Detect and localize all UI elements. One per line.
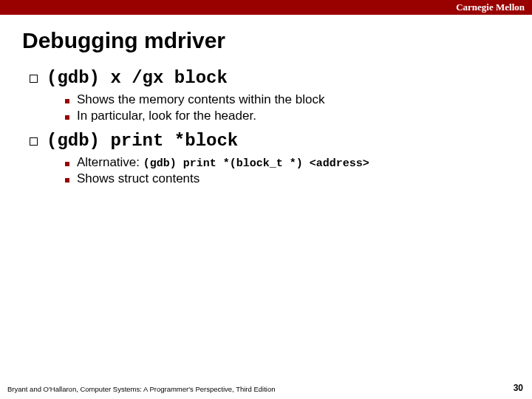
square-bullet-icon	[30, 137, 38, 146]
top-bar	[0, 0, 532, 15]
red-bullet-icon	[65, 162, 69, 166]
sub-text: In particular, look for the header.	[77, 109, 256, 123]
bullet-item-2: (gdb) print *block	[30, 131, 502, 151]
sub-text: Shows struct contents	[77, 171, 200, 186]
brand-label: Carnegie Mellon	[456, 1, 525, 13]
sub-item: Shows the memory contents within the blo…	[65, 92, 502, 107]
sub-item: Shows struct contents	[65, 171, 502, 186]
footer-citation: Bryant and O'Hallaron, Computer Systems:…	[7, 385, 276, 393]
red-bullet-icon	[65, 178, 69, 183]
bullet-item-1: (gdb) x /gx block	[30, 68, 502, 88]
page-number: 30	[514, 383, 523, 393]
red-bullet-icon	[65, 115, 69, 120]
sub-item: Alternative: (gdb) print *(block_t *) <a…	[65, 155, 502, 170]
square-bullet-icon	[30, 75, 38, 83]
content-area: (gdb) x /gx block Shows the memory conte…	[0, 68, 532, 186]
sub-prefix: Alternative:	[77, 155, 143, 169]
sub-text: Shows the memory contents within the blo…	[77, 92, 324, 107]
gdb-command-2: (gdb) print *block	[47, 131, 238, 151]
sub-list-2: Alternative: (gdb) print *(block_t *) <a…	[65, 155, 502, 186]
sub-item: In particular, look for the header.	[65, 109, 502, 123]
slide-title: Debugging mdriver	[0, 15, 532, 61]
sub-text: Alternative: (gdb) print *(block_t *) <a…	[77, 155, 369, 170]
inline-code: (gdb) print *(block_t *) <address>	[143, 157, 369, 170]
gdb-command-1: (gdb) x /gx block	[47, 68, 228, 88]
red-bullet-icon	[65, 99, 69, 103]
sub-list-1: Shows the memory contents within the blo…	[65, 92, 502, 123]
slide: Carnegie Mellon Debugging mdriver (gdb) …	[0, 0, 532, 399]
